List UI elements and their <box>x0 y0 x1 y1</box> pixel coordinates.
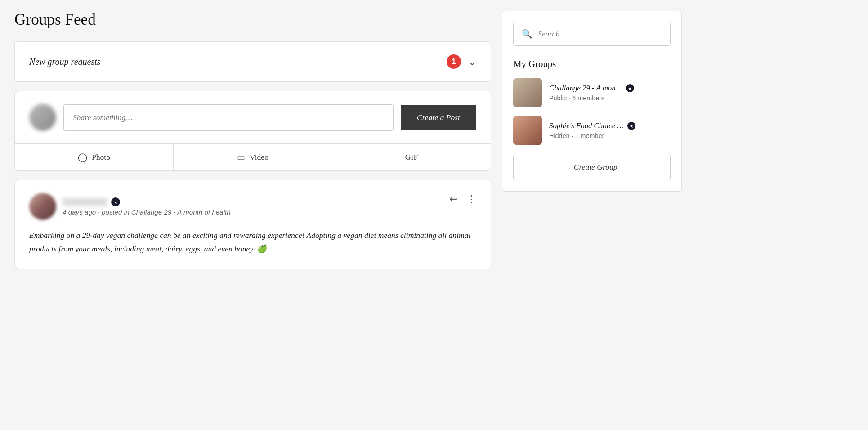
post-card: ★ 4 days ago · posted in Challange 29 - … <box>14 180 491 269</box>
gif-label: GIF <box>405 152 418 162</box>
post-meta: 4 days ago · posted in Challange 29 - A … <box>63 208 231 216</box>
group-name-0: Challange 29 - A mon… <box>549 84 622 93</box>
posted-in-prefix: · posted in <box>96 208 131 216</box>
group-requests-row: New group requests 1 ⌄ <box>15 42 491 81</box>
group-requests-card: New group requests 1 ⌄ <box>14 41 491 82</box>
sidebar-group-item-1[interactable]: Sophie's Food Choice … ★ Hidden · 1 memb… <box>513 116 671 145</box>
post-header-right: ⇜ ⋮ <box>449 193 476 205</box>
gif-button[interactable]: GIF <box>332 144 491 170</box>
group-name-1: Sophie's Food Choice … <box>549 121 624 130</box>
post-header: ★ 4 days ago · posted in Challange 29 - … <box>29 193 476 220</box>
post-header-left: ★ 4 days ago · posted in Challange 29 - … <box>29 193 231 220</box>
post-text: Embarking on a 29-day vegan challenge ca… <box>29 229 476 256</box>
search-box[interactable]: 🔍 <box>513 22 671 46</box>
sidebar: 🔍 My Groups Challange 29 - A mon… ★ Publ… <box>502 11 682 278</box>
my-groups-title: My Groups <box>513 58 671 69</box>
group-requests-controls: 1 ⌄ <box>447 54 476 69</box>
post-username-row: ★ <box>63 197 231 206</box>
group-name-row-0: Challange 29 - A mon… ★ <box>549 84 671 93</box>
group-thumb-1 <box>513 116 542 145</box>
requests-badge: 1 <box>447 54 461 69</box>
video-label: Video <box>250 152 268 162</box>
video-icon: ▭ <box>237 152 245 162</box>
photo-icon: ◯ <box>78 152 87 162</box>
share-post-button[interactable]: ⇜ <box>449 193 457 205</box>
group-verified-icon-1: ★ <box>627 122 635 130</box>
page-title: Groups Feed <box>14 11 491 29</box>
sidebar-card: 🔍 My Groups Challange 29 - A mon… ★ Publ… <box>502 11 682 192</box>
search-icon: 🔍 <box>522 29 532 39</box>
create-post-card: Create a Post ◯ Photo ▭ Video GIF <box>14 91 491 171</box>
sidebar-group-item-0[interactable]: Challange 29 - A mon… ★ Public · 6 membe… <box>513 78 671 107</box>
group-info-0: Challange 29 - A mon… ★ Public · 6 membe… <box>549 84 671 102</box>
create-group-button[interactable]: + Create Group <box>513 154 671 180</box>
post-author-name <box>63 198 107 206</box>
group-verified-icon-0: ★ <box>626 84 634 92</box>
group-thumb-0 <box>513 78 542 107</box>
create-post-button[interactable]: Create a Post <box>401 105 476 130</box>
group-meta-1: Hidden · 1 member <box>549 132 671 139</box>
post-group-name: Challange 29 - A month of health <box>131 208 231 216</box>
photo-label: Photo <box>92 152 110 162</box>
group-meta-0: Public · 6 members <box>549 94 671 102</box>
post-user-info: ★ 4 days ago · posted in Challange 29 - … <box>63 197 231 216</box>
post-time: 4 days ago <box>63 208 96 216</box>
create-post-top: Create a Post <box>15 91 491 143</box>
post-action-bar: ◯ Photo ▭ Video GIF <box>15 143 491 170</box>
post-author-avatar <box>29 193 56 220</box>
current-user-avatar <box>29 104 56 131</box>
search-input[interactable] <box>538 29 662 39</box>
main-content: Groups Feed New group requests 1 ⌄ Creat… <box>14 11 491 278</box>
chevron-down-icon[interactable]: ⌄ <box>468 56 476 68</box>
group-info-1: Sophie's Food Choice … ★ Hidden · 1 memb… <box>549 121 671 139</box>
verified-icon: ★ <box>111 197 120 206</box>
video-button[interactable]: ▭ Video <box>174 144 332 170</box>
group-name-row-1: Sophie's Food Choice … ★ <box>549 121 671 130</box>
share-input[interactable] <box>63 104 394 131</box>
photo-button[interactable]: ◯ Photo <box>15 144 174 170</box>
group-requests-label: New group requests <box>29 57 101 67</box>
more-options-button[interactable]: ⋮ <box>466 193 476 205</box>
